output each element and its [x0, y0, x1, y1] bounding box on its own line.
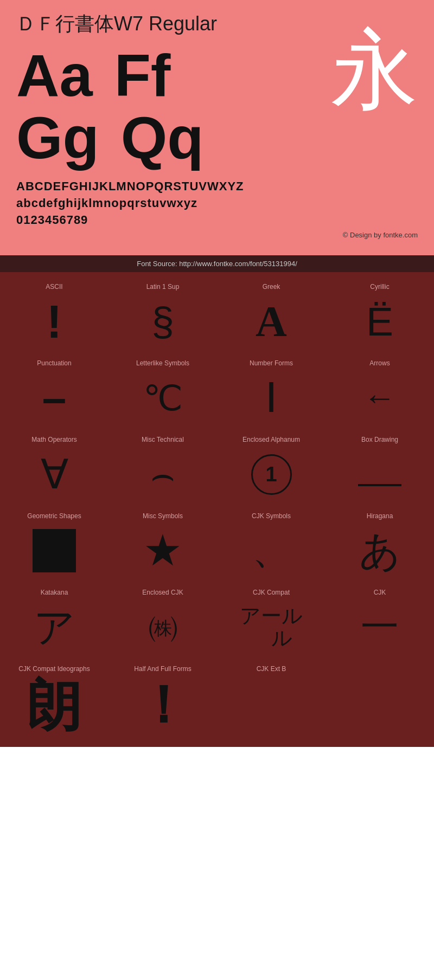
- circle-1: 1: [251, 454, 292, 495]
- label-latin1sup: Latin 1 Sup: [146, 283, 180, 292]
- symbol-enclosedalphanum: 1: [251, 450, 292, 499]
- symbol-geometricshapes: [33, 526, 76, 575]
- letter-aa: Aa: [16, 46, 93, 105]
- label-boxdrawing: Box Drawing: [361, 436, 398, 444]
- label-cyrillic: Cyrillic: [370, 283, 389, 292]
- label-enclosedalphanum: Enclosed Alphanum: [242, 436, 300, 444]
- source-bar: Font Source: http://www.fontke.com/font/…: [0, 255, 434, 272]
- lowercase-row: abcdefghijklmnopqrstuvwxyz: [16, 195, 418, 212]
- letter-qq: Qq: [121, 108, 204, 167]
- grid-row-5: Katakana ア Enclosed CJK ㈱ CJK Compat アール…: [0, 583, 434, 660]
- grid-cell-empty: [326, 660, 434, 742]
- label-miscsymbols: Misc Symbols: [143, 512, 183, 521]
- grid-row-3: Math Operators ∀ Misc Technical ⌢ Enclos…: [0, 430, 434, 507]
- symbol-latin1sup: §: [151, 297, 174, 346]
- grid-cell-letterlike: Letterlike Symbols ℃: [108, 354, 217, 430]
- symbol-ascii: !: [47, 297, 62, 346]
- grid-cell-enclosedalphanum: Enclosed Alphanum 1: [217, 430, 326, 507]
- label-mathoperators: Math Operators: [31, 436, 76, 444]
- grid-cell-cjksymbols: CJK Symbols 、: [217, 507, 326, 583]
- grid-row-6: CJK Compat Ideographs 朗 Half And Full Fo…: [0, 660, 434, 742]
- symbol-miscsymbols: ★: [143, 526, 182, 575]
- label-katakana: Katakana: [41, 589, 68, 597]
- label-geometricshapes: Geometric Shapes: [27, 512, 81, 521]
- header-section: ＤＦ行書体W7 Regular Aa Ff Gg Qq 永 ABCDEFGHIJ…: [0, 0, 434, 255]
- letter-ff: Ff: [114, 46, 171, 105]
- label-greek: Greek: [263, 283, 280, 292]
- grid-cell-geometricshapes: Geometric Shapes: [0, 507, 108, 583]
- grid-cell-numberforms: Number Forms Ⅰ: [217, 354, 326, 430]
- design-credit: © Design by fontke.com: [16, 231, 418, 239]
- symbol-enclosedcjk: ㈱: [148, 603, 178, 652]
- label-cjk: CJK: [374, 589, 386, 597]
- symbol-katakana: ア: [34, 603, 75, 652]
- label-enclosedcjk: Enclosed CJK: [142, 589, 183, 597]
- symbol-mathoperators: ∀: [41, 450, 68, 499]
- symbol-cyrillic: Ë: [366, 297, 393, 346]
- letter-gg: Gg: [16, 108, 99, 167]
- grid-cell-mathoperators: Math Operators ∀: [0, 430, 108, 507]
- symbol-numberforms: Ⅰ: [265, 373, 277, 422]
- grid-cell-arrows: Arrows ←: [326, 354, 434, 430]
- grid-cell-cjk: CJK 一: [326, 583, 434, 660]
- symbol-greek: Α: [256, 297, 287, 346]
- symbol-cjkcompatideographs: 朗: [27, 679, 81, 733]
- uppercase-row: ABCDEFGHIJKLMNOPQRSTUVWXYZ: [16, 178, 418, 195]
- grid-row-4: Geometric Shapes Misc Symbols ★ CJK Symb…: [0, 507, 434, 583]
- character-grid: ASCII ! Latin 1 Sup § Greek Α Cyrillic Ë…: [0, 272, 434, 747]
- symbol-halffullforms: ！: [137, 679, 189, 731]
- symbol-cjkcompat: アール ル: [240, 603, 303, 652]
- grid-cell-misctechnical: Misc Technical ⌢: [108, 430, 217, 507]
- grid-cell-katakana: Katakana ア: [0, 583, 108, 660]
- grid-cell-boxdrawing: Box Drawing: [326, 430, 434, 507]
- symbol-hiragana: あ: [359, 526, 401, 575]
- symbol-cjksymbols: 、: [252, 526, 290, 575]
- symbol-arrows: ←: [363, 373, 396, 422]
- label-hiragana: Hiragana: [367, 512, 393, 521]
- grid-cell-halffullfoms: Half And Full Forms ！: [108, 660, 217, 742]
- grid-cell-cjkextb: CJK Ext B: [217, 660, 326, 742]
- label-arrows: Arrows: [369, 359, 390, 368]
- grid-row-2: Punctuation – Letterlike Symbols ℃ Numbe…: [0, 354, 434, 430]
- grid-cell-latin1sup: Latin 1 Sup §: [108, 278, 217, 354]
- grid-cell-punctuation: Punctuation –: [0, 354, 108, 430]
- label-letterlike: Letterlike Symbols: [136, 359, 189, 368]
- grid-cell-cjkcompatideographs: CJK Compat Ideographs 朗: [0, 660, 108, 742]
- symbol-boxdrawing: [358, 450, 401, 499]
- label-cjksymbols: CJK Symbols: [252, 512, 291, 521]
- label-ascii: ASCII: [46, 283, 62, 292]
- grid-cell-greek: Greek Α: [217, 278, 326, 354]
- digits-row: 0123456789: [16, 212, 418, 229]
- label-cjkextb: CJK Ext B: [257, 665, 286, 674]
- grid-cell-enclosedcjk: Enclosed CJK ㈱: [108, 583, 217, 660]
- grid-row-1: ASCII ! Latin 1 Sup § Greek Α Cyrillic Ë: [0, 278, 434, 354]
- label-halffullforms: Half And Full Forms: [134, 665, 191, 674]
- grid-cell-ascii: ASCII !: [0, 278, 108, 354]
- label-punctuation: Punctuation: [37, 359, 71, 368]
- symbol-letterlike: ℃: [143, 373, 183, 422]
- symbol-punctuation: –: [42, 373, 67, 422]
- source-url: Font Source: http://www.fontke.com/font/…: [137, 260, 297, 268]
- label-cjkcompatideographs: CJK Compat Ideographs: [18, 665, 90, 674]
- grid-cell-miscsymbols: Misc Symbols ★: [108, 507, 217, 583]
- symbol-cjk: 一: [361, 603, 399, 652]
- label-numberforms: Number Forms: [250, 359, 293, 368]
- label-misctechnical: Misc Technical: [142, 436, 184, 444]
- box-line: [358, 484, 401, 486]
- black-square: [33, 529, 76, 572]
- grid-cell-cjkcompat: CJK Compat アール ル: [217, 583, 326, 660]
- label-cjkcompat: CJK Compat: [253, 589, 290, 597]
- grid-cell-cyrillic: Cyrillic Ë: [326, 278, 434, 354]
- grid-cell-hiragana: Hiragana あ: [326, 507, 434, 583]
- symbol-misctechnical: ⌢: [150, 450, 175, 499]
- kanji-display: 永: [331, 27, 418, 114]
